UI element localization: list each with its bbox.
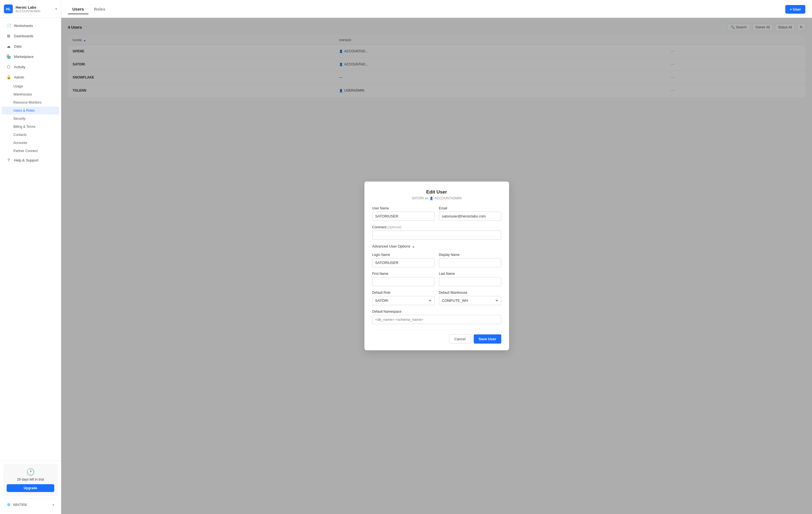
namespace-input[interactable] [372, 315, 501, 324]
subtitle-prefix: SATORI as [412, 196, 428, 200]
snowflake-icon: ❄ [7, 502, 11, 508]
sidebar-item-resource-monitors[interactable]: Resource Monitors [2, 99, 59, 106]
default-role-select[interactable]: SATORI [372, 296, 435, 305]
sidebar-item-billing-terms[interactable]: Billing & Terms [2, 123, 59, 131]
email-group: Email [439, 206, 501, 221]
sidebar-bottom: ❄ NB47856 ▾ [3, 499, 58, 511]
sidebar-item-partner-connect[interactable]: Partner Connect [2, 147, 59, 155]
sidebar-item-data[interactable]: ☁ Data [2, 41, 59, 51]
page-tabs: Users Roles [68, 4, 110, 14]
sidebar: HL Heroic Labs ACCOUNTADMIN ▾ 📄 Workshee… [0, 0, 61, 514]
edit-user-modal: Edit User SATORI as 👤 ACCOUNTADMIN User … [365, 182, 509, 350]
worksheets-icon: 📄 [6, 23, 11, 28]
comment-row: Comment (optional) [372, 225, 501, 240]
advanced-chevron-icon: ▲ [412, 245, 415, 248]
namespace-label: Default Namespace [372, 309, 501, 314]
comment-input[interactable] [372, 231, 501, 240]
activity-icon: ⬡ [6, 64, 11, 69]
tab-roles[interactable]: Roles [90, 4, 110, 14]
modal-overlay: Edit User SATORI as 👤 ACCOUNTADMIN User … [61, 18, 812, 514]
login-name-input[interactable] [372, 258, 435, 267]
namespace-group: Default Namespace [372, 309, 501, 324]
sidebar-item-users-roles[interactable]: Users & Roles [2, 107, 59, 114]
last-name-input[interactable] [439, 277, 501, 286]
sidebar-item-label: Admin [14, 75, 24, 79]
email-input[interactable] [439, 212, 501, 221]
sidebar-item-marketplace[interactable]: 🏪 Marketplace [2, 52, 59, 61]
login-display-row: Login Name Display Name [372, 253, 501, 267]
email-label: Email [439, 206, 501, 210]
username-group: User Name [372, 206, 435, 221]
tab-users[interactable]: Users [68, 4, 88, 14]
sidebar-item-accounts[interactable]: Accounts [2, 139, 59, 147]
username-label: User Name [372, 206, 435, 210]
modal-title: Edit User [372, 189, 501, 195]
trial-icon: 🕐 [7, 468, 54, 476]
sidebar-item-warehouses[interactable]: Warehouses [2, 90, 59, 98]
first-name-label: First Name [372, 272, 435, 276]
modal-subtitle: SATORI as 👤 ACCOUNTADMIN [372, 196, 501, 200]
admin-icon: 🔒 [6, 75, 11, 80]
sidebar-item-activity[interactable]: ⬡ Activity [2, 62, 59, 72]
subtitle-role: ACCOUNTADMIN [435, 196, 462, 200]
default-role-label: Default Role [372, 291, 435, 295]
default-warehouse-group: Default Warehouse COMPUTE_WH [439, 291, 501, 305]
main-content: 4 Users 🔍 Search Owner All Status All ↻ … [61, 18, 812, 514]
sidebar-nav: 📄 Worksheets ⊞ Dashboards ☁ Data 🏪 Marke… [0, 18, 61, 461]
default-warehouse-label: Default Warehouse [439, 291, 501, 295]
data-icon: ☁ [6, 44, 11, 49]
main-header: Users Roles + User [61, 0, 812, 18]
display-name-group: Display Name [439, 253, 501, 267]
sidebar-item-contacts[interactable]: Contacts [2, 131, 59, 139]
last-name-group: Last Name [439, 272, 501, 286]
sidebar-footer: 🕐 29 days left in trial Upgrade ❄ NB4785… [0, 461, 61, 514]
nb-chevron-icon[interactable]: ▾ [53, 503, 54, 507]
last-name-label: Last Name [439, 272, 501, 276]
org-role: ACCOUNTADMIN [16, 9, 53, 13]
modal-footer: Cancel Save User [372, 330, 501, 344]
cancel-button[interactable]: Cancel [449, 334, 471, 344]
sidebar-item-admin[interactable]: 🔒 Admin [2, 72, 59, 82]
org-name: Heroic Labs [16, 5, 53, 9]
sidebar-item-help[interactable]: ? Help & Support [2, 155, 59, 165]
sidebar-item-label: Data [14, 44, 22, 49]
namespace-row: Default Namespace [372, 309, 501, 324]
advanced-toggle[interactable]: Advanced User Options ▲ [372, 244, 501, 248]
sidebar-header[interactable]: HL Heroic Labs ACCOUNTADMIN ▾ [0, 0, 61, 18]
save-user-button[interactable]: Save User [474, 334, 501, 344]
subtitle-role-icon: 👤 [430, 196, 433, 200]
comment-label: Comment (optional) [372, 225, 501, 229]
comment-optional: (optional) [387, 225, 401, 229]
advanced-label: Advanced User Options [372, 244, 410, 248]
username-input[interactable] [372, 212, 435, 221]
sidebar-chevron-icon[interactable]: ▾ [55, 7, 57, 11]
sidebar-item-worksheets[interactable]: 📄 Worksheets [2, 21, 59, 31]
sidebar-item-label: Marketplace [14, 55, 34, 59]
username-email-row: User Name Email [372, 206, 501, 221]
display-name-label: Display Name [439, 253, 501, 257]
display-name-input[interactable] [439, 258, 501, 267]
sidebar-item-security[interactable]: Security [2, 115, 59, 123]
sidebar-org: Heroic Labs ACCOUNTADMIN [16, 5, 53, 13]
add-user-button[interactable]: + User [785, 5, 805, 13]
default-warehouse-select[interactable]: COMPUTE_WH [439, 296, 501, 305]
help-icon: ? [6, 158, 11, 163]
first-name-input[interactable] [372, 277, 435, 286]
sidebar-item-label: Dashboards [14, 34, 33, 38]
marketplace-icon: 🏪 [6, 54, 11, 59]
first-name-group: First Name [372, 272, 435, 286]
dashboards-icon: ⊞ [6, 33, 11, 38]
trial-box: 🕐 29 days left in trial Upgrade [3, 464, 58, 496]
default-role-group: Default Role SATORI [372, 291, 435, 305]
comment-group: Comment (optional) [372, 225, 501, 240]
sidebar-item-label: Activity [14, 65, 25, 69]
nb-label: NB47856 [13, 503, 50, 507]
sidebar-item-usage[interactable]: Usage [2, 82, 59, 90]
sidebar-item-label: Help & Support [14, 158, 38, 162]
upgrade-button[interactable]: Upgrade [7, 484, 54, 492]
sidebar-item-dashboards[interactable]: ⊞ Dashboards [2, 31, 59, 41]
names-row: First Name Last Name [372, 272, 501, 286]
main-area: Users Roles + User 4 Users 🔍 Search Owne… [61, 0, 812, 514]
login-name-label: Login Name [372, 253, 435, 257]
login-name-group: Login Name [372, 253, 435, 267]
